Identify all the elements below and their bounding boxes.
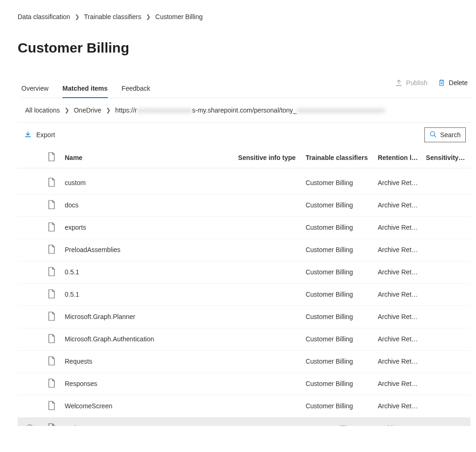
cell-retention: Archive Rete... (374, 172, 423, 194)
export-label: Export (36, 131, 55, 139)
url-part: https://r (115, 106, 137, 114)
table-row[interactable]: RequestsCustomer BillingArchive Rete... (18, 350, 470, 372)
cell-trainable: Customer Billing (302, 239, 374, 261)
search-label: Search (440, 131, 461, 139)
cell-sensitive (234, 172, 302, 194)
table-row[interactable]: ResponsesCustomer BillingArchive Rete... (18, 372, 470, 395)
cell-retention: Archive Rete... (374, 306, 423, 328)
cell-sensitivity (422, 194, 470, 216)
breadcrumb-item[interactable]: Data classification (18, 13, 70, 20)
file-icon (48, 289, 55, 300)
search-icon (430, 131, 436, 139)
file-icon (48, 267, 55, 278)
publish-label: Publish (406, 79, 428, 86)
cell-sensitive (234, 239, 302, 261)
cell-trainable: Customer Billing (302, 216, 374, 239)
cell-name: exports (61, 216, 234, 239)
delete-label: Delete (449, 79, 468, 86)
publish-button[interactable]: Publish (395, 79, 428, 86)
cell-sensitivity (422, 395, 470, 417)
cell-name: Scripts (61, 417, 234, 426)
cell-sensitivity (422, 172, 470, 194)
chevron-right-icon: ❯ (106, 107, 111, 113)
table-row[interactable]: exportsCustomer BillingArchive Rete... (18, 216, 470, 239)
breadcrumb: Data classification ❯ Trainable classifi… (18, 13, 470, 20)
col-trainable[interactable]: Trainable classifiers (302, 147, 374, 168)
cell-sensitive (234, 417, 302, 426)
cell-retention: Archive Rete... (374, 417, 423, 426)
cell-sensitive (234, 395, 302, 417)
cell-sensitive (234, 261, 302, 283)
tab-feedback[interactable]: Feedback (122, 81, 150, 98)
cell-sensitivity (422, 372, 470, 395)
table-row[interactable]: Microsoft.Graph.PlannerCustomer BillingA… (18, 306, 470, 328)
export-button[interactable]: Export (24, 131, 55, 140)
cell-name: custom (61, 172, 234, 194)
cell-retention: Archive Rete... (374, 328, 423, 350)
location-breadcrumb: All locations ❯ OneDrive ❯ https://rxxxx… (18, 98, 470, 123)
table-row[interactable]: Microsoft.Graph.AuthenticationCustomer B… (18, 328, 470, 350)
table-row[interactable]: customCustomer BillingArchive Rete... (18, 172, 470, 194)
chevron-right-icon: ❯ (75, 13, 79, 20)
table-row[interactable]: 0.5.1Customer BillingArchive Rete... (18, 261, 470, 283)
cell-name: WelcomeScreen (61, 395, 234, 417)
cell-retention: Archive Rete... (374, 283, 423, 306)
cell-sensitive (234, 306, 302, 328)
file-icon (48, 245, 55, 255)
cell-trainable: Customer Billing (302, 306, 374, 328)
cell-sensitivity (422, 216, 470, 239)
breadcrumb-url[interactable]: https://rxxxxxxxxxxxxxxxxxs-my.sharepoin… (115, 106, 384, 114)
breadcrumb-item[interactable]: OneDrive (74, 106, 101, 114)
download-icon (24, 131, 32, 140)
file-icon (48, 423, 55, 426)
breadcrumb-item[interactable]: Trainable classifiers (84, 13, 141, 20)
action-bar: Publish Delete (395, 79, 468, 86)
tab-overview[interactable]: Overview (21, 81, 48, 98)
col-sensitive[interactable]: Sensitive info type (234, 147, 302, 168)
search-button[interactable]: Search (424, 127, 466, 142)
trash-icon (438, 79, 445, 86)
table-row[interactable]: docsCustomer BillingArchive Rete... (18, 194, 470, 216)
cell-name: Requests (61, 350, 234, 372)
row-select-circle[interactable] (26, 425, 33, 426)
tab-matched-items[interactable]: Matched items (62, 81, 107, 98)
cell-trainable: Customer Billing (302, 417, 374, 426)
table-row[interactable]: PreloadAssembliesCustomer BillingArchive… (18, 239, 470, 261)
cell-retention: Archive Rete... (374, 216, 423, 239)
file-icon (48, 379, 55, 389)
table-row[interactable]: WelcomeScreenCustomer BillingArchive Ret… (18, 395, 470, 417)
cell-sensitivity (422, 350, 470, 372)
cell-trainable: Customer Billing (302, 172, 374, 194)
delete-button[interactable]: Delete (438, 79, 468, 86)
cell-sensitivity (422, 283, 470, 306)
col-sensitivity[interactable]: Sensitivity la... (422, 147, 470, 168)
cell-name: Microsoft.Graph.Authentication (61, 328, 234, 350)
cell-name: Microsoft.Graph.Planner (61, 306, 234, 328)
table-row[interactable]: 0.5.1Customer BillingArchive Rete... (18, 283, 470, 306)
file-icon (48, 356, 55, 367)
cell-sensitive (234, 372, 302, 395)
col-retention[interactable]: Retention la... (374, 147, 423, 168)
items-table: Name Sensitive info type Trainable class… (18, 147, 470, 426)
file-icon (48, 312, 55, 322)
chevron-right-icon: ❯ (65, 107, 69, 113)
cell-sensitivity (422, 328, 470, 350)
cell-sensitivity (422, 261, 470, 283)
table-row[interactable]: ScriptsCustomer BillingArchive Rete... (18, 417, 470, 426)
upload-icon (395, 79, 403, 86)
table-toolbar: Export Search (18, 123, 470, 147)
file-icon (48, 222, 55, 233)
cell-retention: Archive Rete... (374, 239, 423, 261)
cell-sensitivity (422, 239, 470, 261)
file-icon (48, 401, 55, 412)
cell-sensitive (234, 194, 302, 216)
col-name[interactable]: Name (61, 147, 234, 168)
cell-retention: Archive Rete... (374, 395, 423, 417)
table-scroll[interactable]: Name Sensitive info type Trainable class… (18, 147, 470, 426)
cell-trainable: Customer Billing (302, 350, 374, 372)
breadcrumb-item[interactable]: All locations (25, 106, 60, 114)
cell-trainable: Customer Billing (302, 328, 374, 350)
cell-retention: Archive Rete... (374, 194, 423, 216)
cell-retention: Archive Rete... (374, 261, 423, 283)
cell-sensitive (234, 350, 302, 372)
